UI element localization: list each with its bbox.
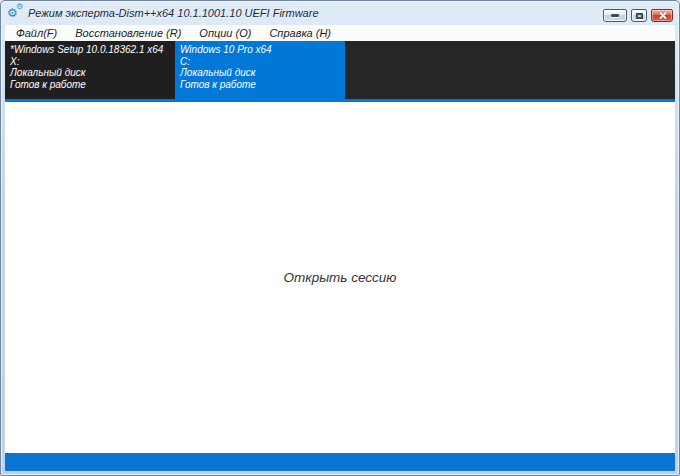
- app-window: ⚙ ⚙ Режим эксперта-Dism++x64 10.1.1001.1…: [0, 0, 680, 476]
- menu-bar: Файл(F) Восстановление (R) Опции (O) Спр…: [5, 25, 675, 41]
- window-title: Режим эксперта-Dism++x64 10.1.1001.10 UE…: [28, 7, 319, 19]
- tab-title: Windows 10 Pro x64: [180, 44, 341, 56]
- status-progress-bar: [5, 453, 675, 471]
- menu-item-help[interactable]: Справка (H): [260, 27, 340, 39]
- tab-drive: X:: [10, 56, 171, 68]
- minimize-icon: [611, 14, 619, 17]
- close-button[interactable]: [651, 9, 673, 22]
- open-session-link[interactable]: Открыть сессию: [284, 270, 397, 285]
- app-gears-icon: ⚙ ⚙: [8, 6, 24, 22]
- maximize-icon: [636, 13, 643, 19]
- tab-disk-type: Локальный диск: [180, 67, 341, 79]
- maximize-button[interactable]: [631, 9, 647, 22]
- tab-status: Готов к работе: [10, 79, 171, 91]
- close-icon: [658, 11, 667, 20]
- tab-drive: C:: [180, 56, 341, 68]
- menu-item-options[interactable]: Опции (O): [190, 27, 260, 39]
- tab-title: *Windows Setup 10.0.18362.1 x64: [10, 44, 171, 56]
- client-area: Файл(F) Восстановление (R) Опции (O) Спр…: [5, 25, 675, 471]
- tab-windows-10-pro[interactable]: Windows 10 Pro x64 C: Локальный диск Гот…: [175, 41, 345, 99]
- tab-windows-setup[interactable]: *Windows Setup 10.0.18362.1 x64 X: Локал…: [5, 41, 175, 99]
- tab-status: Готов к работе: [180, 79, 341, 91]
- menu-item-file[interactable]: Файл(F): [7, 27, 66, 39]
- gear-small-icon: ⚙: [16, 3, 23, 11]
- tab-disk-type: Локальный диск: [10, 67, 171, 79]
- titlebar[interactable]: ⚙ ⚙ Режим эксперта-Dism++x64 10.1.1001.1…: [1, 1, 679, 25]
- session-content-area: Открыть сессию: [5, 102, 675, 453]
- window-controls: [603, 9, 673, 22]
- image-tab-strip: *Windows Setup 10.0.18362.1 x64 X: Локал…: [5, 41, 675, 102]
- menu-item-recovery[interactable]: Восстановление (R): [66, 27, 190, 39]
- minimize-button[interactable]: [603, 9, 627, 22]
